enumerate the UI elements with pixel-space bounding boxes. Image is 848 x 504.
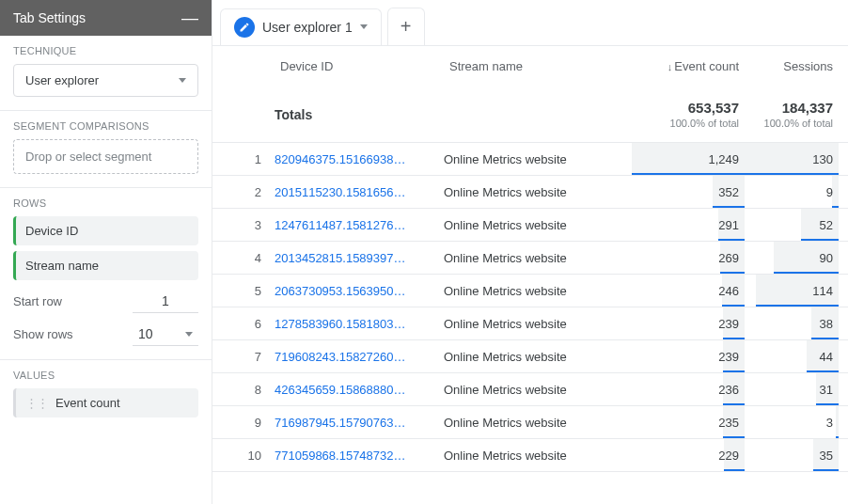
sessions-cell: 31 [745,373,839,405]
edit-icon [234,17,255,38]
chevron-down-icon [360,24,368,29]
values-section: VALUES ⋮⋮Event count [0,360,212,429]
sessions-cell: 3 [745,406,839,438]
totals-sessions: 184,337 100.0% of total [745,100,839,129]
row-index: 10 [228,449,275,463]
add-tab-button[interactable]: + [387,8,425,45]
start-row-label: Start row [13,294,62,308]
sessions-cell: 52 [745,209,839,241]
device-id-link[interactable]: 2013452815.1589397… [275,251,444,265]
sidebar-title: Tab Settings [13,10,86,25]
device-id-link[interactable]: 426345659.15868880… [275,383,444,397]
row-index: 5 [228,284,275,298]
event-count-cell: 246 [632,275,745,307]
table-row: 7719608243.15827260…Online Metrics websi… [212,340,848,373]
table-row: 42013452815.1589397…Online Metrics websi… [212,242,848,275]
col-events[interactable]: ↓Event count [632,59,745,73]
sessions-cell: 44 [745,340,839,372]
technique-value: User explorer [25,73,99,87]
collapse-icon[interactable]: — [181,9,198,26]
device-id-link[interactable]: 1278583960.1581803… [275,317,444,331]
table-row: 22015115230.1581656…Online Metrics websi… [212,176,848,209]
device-id-link[interactable]: 2015115230.1581656… [275,185,444,199]
col-stream[interactable]: Stream name [444,59,632,73]
sidebar-header: Tab Settings — [0,0,212,36]
stream-name: Online Metrics website [444,185,632,199]
device-id-link[interactable]: 719608243.15827260… [275,350,444,364]
start-row-input[interactable]: 1 [133,290,198,313]
device-id-link[interactable]: 820946375.15166938… [275,152,444,166]
row-chip-device-id[interactable]: Device ID [13,216,198,245]
event-count-cell: 235 [632,406,745,438]
main: User explorer 1 + Device ID Stream name … [212,0,848,504]
col-sessions[interactable]: Sessions [745,59,839,73]
totals-label: Totals [275,107,444,122]
row-chip-stream-name[interactable]: Stream name [13,251,198,280]
event-count-cell: 239 [632,340,745,372]
stream-name: Online Metrics website [444,152,632,166]
stream-name: Online Metrics website [444,218,632,232]
row-index: 1 [228,152,275,166]
table-row: 10771059868.15748732…Online Metrics webs… [212,439,848,472]
tab-user-explorer[interactable]: User explorer 1 [220,8,382,45]
sessions-cell: 130 [745,143,839,175]
col-device[interactable]: Device ID [275,59,444,73]
technique-section: TECHNIQUE User explorer [0,36,212,102]
sidebar: Tab Settings — TECHNIQUE User explorer S… [0,0,212,504]
segment-dropzone[interactable]: Drop or select segment [13,139,198,174]
tab-label: User explorer 1 [262,20,353,35]
stream-name: Online Metrics website [444,383,632,397]
device-id-link[interactable]: 2063730953.1563950… [275,284,444,298]
table-row: 9716987945.15790763…Online Metrics websi… [212,406,848,439]
row-index: 3 [228,218,275,232]
event-count-cell: 291 [632,209,745,241]
device-id-link[interactable]: 1247611487.1581276… [275,218,444,232]
tabs: User explorer 1 + [212,0,848,46]
row-index: 4 [228,251,275,265]
data-table: Device ID Stream name ↓Event count Sessi… [212,46,848,504]
table-row: 61278583960.1581803…Online Metrics websi… [212,307,848,340]
rows-section: ROWS Device ID Stream name Start row 1 S… [0,188,212,352]
rows-label: ROWS [13,197,198,209]
show-rows-label: Show rows [13,327,73,341]
sort-desc-icon: ↓ [667,61,673,72]
sessions-cell: 35 [745,439,839,471]
segment-label: SEGMENT COMPARISONS [13,120,198,132]
values-label: VALUES [13,370,198,381]
table-row: 52063730953.1563950…Online Metrics websi… [212,275,848,307]
event-count-cell: 229 [632,439,745,471]
show-rows-select[interactable]: 10 [133,323,198,346]
row-index: 6 [228,317,275,331]
technique-label: TECHNIQUE [13,45,198,56]
row-index: 7 [228,350,275,364]
stream-name: Online Metrics website [444,449,632,463]
event-count-cell: 1,249 [632,143,745,175]
table-row: 31247611487.1581276…Online Metrics websi… [212,209,848,242]
table-row: 1820946375.15166938…Online Metrics websi… [212,143,848,176]
sessions-cell: 90 [745,242,839,274]
stream-name: Online Metrics website [444,350,632,364]
event-count-cell: 239 [632,307,745,339]
event-count-cell: 352 [632,176,745,208]
table-row: 8426345659.15868880…Online Metrics websi… [212,373,848,406]
technique-dropdown[interactable]: User explorer [13,64,198,97]
row-index: 2 [228,185,275,199]
stream-name: Online Metrics website [444,416,632,430]
segment-section: SEGMENT COMPARISONS Drop or select segme… [0,111,212,180]
totals-row: Totals 653,537 100.0% of total 184,337 1… [212,87,848,143]
stream-name: Online Metrics website [444,251,632,265]
drag-handle-icon: ⋮⋮ [25,396,48,410]
device-id-link[interactable]: 771059868.15748732… [275,449,444,463]
chevron-down-icon [179,78,186,83]
sessions-cell: 38 [745,307,839,339]
row-index: 8 [228,383,275,397]
event-count-cell: 269 [632,242,745,274]
event-count-cell: 236 [632,373,745,405]
value-chip-event-count[interactable]: ⋮⋮Event count [13,388,198,417]
show-rows: Show rows 10 [13,323,198,346]
device-id-link[interactable]: 716987945.15790763… [275,416,444,430]
stream-name: Online Metrics website [444,284,632,298]
totals-events: 653,537 100.0% of total [632,100,745,129]
stream-name: Online Metrics website [444,317,632,331]
table-header: Device ID Stream name ↓Event count Sessi… [212,46,848,87]
